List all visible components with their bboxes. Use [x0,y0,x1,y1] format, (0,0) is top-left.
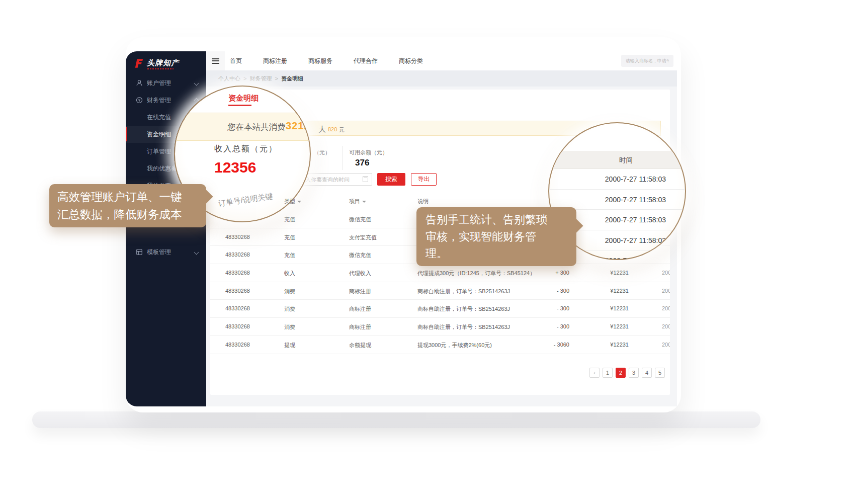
notice-mid-text: 大 [318,125,326,134]
brand-name: 头牌知产 [147,58,179,68]
available-balance-label: 可用余额（元） [349,149,388,156]
user-icon [136,79,143,87]
table-row[interactable]: 48330268消费商标注册商标自助注册，订单号：SB2514263J- 300… [210,318,670,336]
nav-item-2[interactable]: 商标服务 [298,57,343,65]
income-total-value: 12356 [214,159,256,176]
nav-item-3[interactable]: 代理合作 [343,57,388,65]
table-row[interactable]: 48330268提现余额提现提现3000元，手续费2%(60元)- 3060¥1… [210,336,670,354]
tooltip-right-line3: 理。 [425,245,567,262]
sidebar-group-label: 账户管理 [147,79,171,88]
summary-divider [342,146,343,170]
cell-balance: ¥12231 [574,270,629,276]
cell-project: 代理收入 [349,270,371,277]
cell-balance: ¥12231 [574,288,629,294]
tooltip-left-line2: 汇总数据，降低财务成本 [57,206,198,223]
cell-time: 2000-7-27 11:58:03 [662,305,670,311]
pagination-page-1[interactable]: 1 [603,368,613,378]
column-header-type-label: 类型 [284,198,295,205]
calendar-icon[interactable] [363,176,368,182]
cell-order: 48330268 [225,342,250,348]
cell-time: 2000-7-27 11:58:03 [662,323,670,329]
cell-order: 48330268 [225,234,250,240]
magnified-time-row: 2000-7-27 11:58:03 [549,169,686,190]
column-header-project-label: 项目 [349,198,360,205]
breadcrumb-item-0[interactable]: 个人中心 [218,75,240,82]
sidebar-group-label: 财务管理 [147,96,171,105]
notice-prefix-magnified: 您在本站共消费 [227,122,286,133]
cell-desc: 商标自助注册，订单号：SB2514263J [417,288,510,295]
stage: 头牌知产 账户管理财务管理在线充值资金明细订单管理我的优惠券我的发票模板管理 首… [0,0,853,504]
cell-balance: ¥12231 [574,305,629,311]
pagination-page-4[interactable]: 4 [642,368,652,378]
nav-item-0[interactable]: 首页 [219,57,252,65]
cell-amount: + 300 [507,270,569,276]
tooltip-right: 告别手工统计、告别繁琐 审核，实现智能财务管 理。 [416,207,576,266]
cell-project: 商标注册 [349,323,371,331]
tooltip-right-line2: 审核，实现智能财务管 [425,228,567,245]
cell-project: 商标注册 [349,305,371,313]
cell-desc: 商标自助注册，订单号：SB2514263J [417,323,510,331]
pagination-page-2[interactable]: 2 [616,368,626,378]
brand-subline [147,68,174,69]
nav-item-4[interactable]: 商标分类 [388,57,434,65]
nav-item-1[interactable]: 商标注册 [252,57,298,65]
sort-caret-icon [362,201,366,203]
cell-desc: 提现3000元，手续费2%(60元) [417,342,492,349]
income-total-label: 收入总额（元） [214,144,278,154]
sidebar-group-label: 模板管理 [147,248,171,257]
search-button[interactable]: 搜索 [377,173,405,186]
finance-icon [136,97,143,104]
cell-type: 消费 [284,305,295,313]
pagination-page-3[interactable]: 3 [629,368,639,378]
cell-amount: - 300 [507,288,569,294]
trademark-search-input[interactable] [621,55,673,67]
cell-order: 48330268 [225,323,250,329]
cell-project: 余额提现 [349,342,371,349]
cell-type: 收入 [284,270,295,277]
cell-project: 微信充值 [349,216,371,223]
cell-desc: 商标自助注册，订单号：SB2514263J [417,305,510,313]
column-header-type[interactable]: 类型 [284,198,301,205]
breadcrumb-item-2[interactable]: 资金明细 [281,75,303,82]
cell-time: 2000-7-27 11:58:03 [662,342,670,348]
table-row[interactable]: 48330268收入代理收入代理提成300元（ID:1245，订单号：SB451… [210,264,670,282]
page-tab-funds-detail[interactable]: 资金明细 [228,94,259,103]
pagination: ‹12345 [589,368,665,378]
column-header-project[interactable]: 项目 [349,198,366,205]
cell-project: 商标注册 [349,288,371,295]
chevron-down-icon [194,80,199,86]
breadcrumb-separator: > [243,75,246,81]
cell-balance: ¥12231 [574,342,629,348]
cell-order: 48330268 [225,270,250,276]
available-balance-value: 376 [355,158,369,168]
cell-amount: - 3060 [507,342,569,348]
tooltip-right-line1: 告别手工统计、告别繁琐 [425,211,567,228]
cell-time: 2000-7-27 11:58:03 [662,270,670,276]
main-nav: 首页商标注册商标服务代理合作商标分类 [219,51,434,70]
template-icon [136,248,143,256]
sidebar-group-0[interactable]: 账户管理 [126,74,206,92]
magnified-time-row: 2000-7-27 11:58:03 [549,190,686,210]
table-row[interactable]: 48330268消费商标注册商标自助注册，订单号：SB2514263J- 300… [210,282,670,300]
notice-unit: 元 [339,126,345,134]
column-header-desc: 说明 [417,198,429,205]
export-button[interactable]: 导出 [411,173,437,186]
top-navbar: 首页商标注册商标服务代理合作商标分类 [206,51,677,70]
brand-logo[interactable]: 头牌知产 [134,56,204,74]
cell-order: 48330268 [225,288,250,294]
table-row[interactable]: 48330268消费商标注册商标自助注册，订单号：SB2514263J- 300… [210,300,670,318]
column-header-desc-label: 说明 [417,198,429,205]
cell-amount: - 300 [507,305,569,311]
laptop-base [32,411,760,428]
cell-order: 48330268 [225,305,250,311]
pagination-page-5[interactable]: 5 [655,368,665,378]
brand-logo-icon [134,58,144,69]
column-header-time: 时间 [619,156,633,165]
cell-type: 充值 [284,234,295,241]
notice-small-amount: 820 [328,126,337,132]
breadcrumb-item-1[interactable]: 财务管理 [249,75,272,82]
sidebar-group-2[interactable]: 模板管理 [126,243,206,261]
pagination-prev-button[interactable]: ‹ [589,368,600,378]
consume-total-label: （元） [314,149,330,156]
cell-type: 提现 [284,342,295,349]
